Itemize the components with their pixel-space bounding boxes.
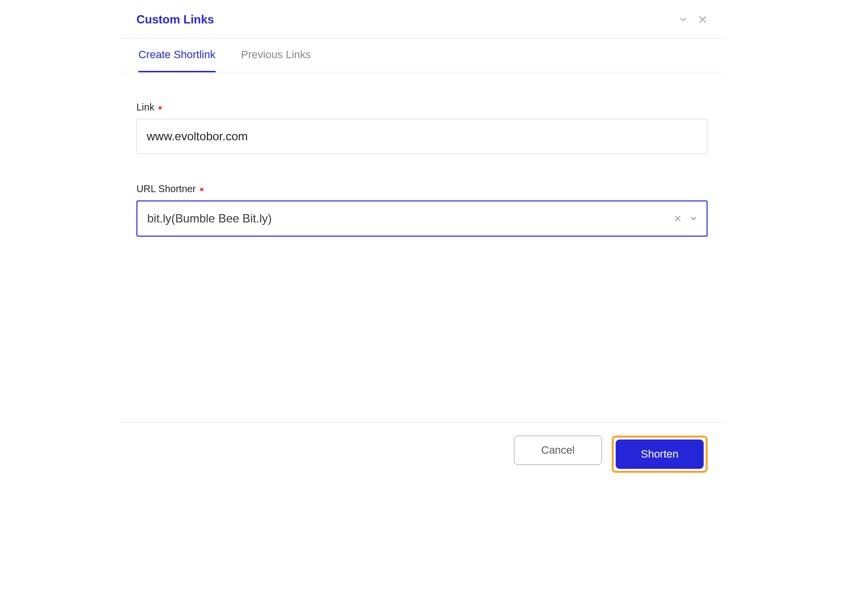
shortener-select-wrapper: bit.ly(Bumble Bee Bit.ly) [136, 200, 708, 237]
link-label: Link [136, 102, 708, 113]
shorten-button[interactable]: Shorten [616, 440, 704, 469]
required-indicator-icon [200, 188, 203, 191]
highlight-annotation: Shorten [612, 436, 708, 473]
dialog-title: Custom Links [136, 13, 214, 26]
collapse-icon[interactable] [678, 15, 688, 24]
shortener-select[interactable]: bit.ly(Bumble Bee Bit.ly) [136, 200, 708, 237]
tab-previous-links[interactable]: Previous Links [241, 39, 311, 72]
shortener-label-text: URL Shortner [136, 183, 196, 194]
dialog-footer: Cancel Shorten [119, 422, 725, 485]
link-input[interactable] [136, 119, 708, 154]
cancel-button[interactable]: Cancel [514, 436, 602, 465]
select-icons [673, 214, 698, 223]
form-group-link: Link [136, 102, 708, 154]
clear-icon[interactable] [673, 214, 682, 223]
form-group-shortener: URL Shortner bit.ly(Bumble Bee Bit.ly) [136, 183, 708, 237]
dialog-header: Custom Links [119, 0, 725, 39]
tabs: Create Shortlink Previous Links [119, 39, 725, 72]
shortener-selected-value: bit.ly(Bumble Bee Bit.ly) [147, 212, 272, 225]
shortener-label: URL Shortner [136, 183, 708, 195]
form-area: Link URL Shortner bit.ly(Bumble Bee Bit.… [119, 72, 725, 286]
link-label-text: Link [136, 102, 155, 112]
close-icon[interactable] [698, 15, 708, 24]
tab-create-shortlink[interactable]: Create Shortlink [138, 39, 216, 72]
custom-links-dialog: Custom Links Create Shortlink Previous L… [119, 0, 725, 485]
chevron-down-icon[interactable] [689, 214, 698, 223]
required-indicator-icon [158, 106, 162, 110]
dialog-header-actions [678, 15, 719, 24]
